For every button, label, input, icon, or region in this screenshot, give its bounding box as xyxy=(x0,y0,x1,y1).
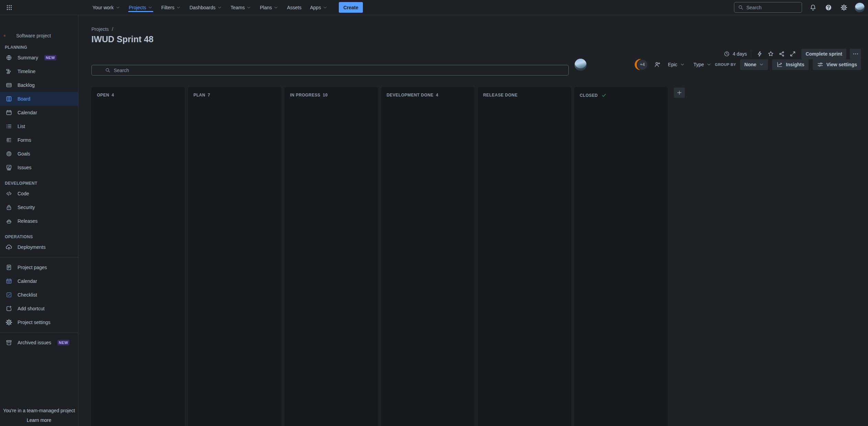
filter-dropdown-type[interactable]: Type xyxy=(690,59,715,70)
topbar-nav-apps[interactable]: Apps xyxy=(307,0,331,15)
sidebar-item-project-pages[interactable]: Project pages xyxy=(0,261,78,274)
column-header[interactable]: PLAN7 xyxy=(188,87,281,100)
sidebar-item-deployments[interactable]: Deployments xyxy=(0,240,78,254)
topbar-nav-assets[interactable]: Assets xyxy=(284,0,304,15)
sidebar-item-label: List xyxy=(18,124,25,129)
forms-icon xyxy=(5,136,13,144)
sidebar-item-board[interactable]: Board xyxy=(0,92,78,106)
lock-icon xyxy=(5,203,13,211)
create-button[interactable]: Create xyxy=(339,2,363,13)
sidebar-item-forms[interactable]: Forms xyxy=(0,133,78,147)
sidebar-item-releases[interactable]: Releases xyxy=(0,214,78,228)
board-search[interactable] xyxy=(91,65,569,76)
sidebar-item-goals[interactable]: Goals xyxy=(0,147,78,161)
chevron-down-icon xyxy=(115,5,120,10)
settings-gear-icon[interactable] xyxy=(839,3,848,12)
add-column-button[interactable] xyxy=(674,88,685,98)
topbar-nav-filters[interactable]: Filters xyxy=(158,0,184,15)
insights-button[interactable]: Insights xyxy=(772,59,809,70)
chevron-down-icon xyxy=(148,5,153,10)
column-header[interactable]: IN PROGRESS10 xyxy=(285,87,378,100)
sidebar-section-development: DEVELOPMENTCodeSecurityReleases xyxy=(0,181,78,228)
nav-item-label: Assets xyxy=(287,5,301,10)
sidebar-item-issues[interactable]: Issues xyxy=(0,161,78,174)
board-column-plan: PLAN7 xyxy=(188,87,281,426)
nav-item-label: Dashboards xyxy=(189,5,215,10)
board-search-input[interactable] xyxy=(114,65,565,75)
learn-more-link[interactable]: Learn more xyxy=(0,417,78,423)
sidebar-item-summary[interactable]: SummaryNEW xyxy=(0,51,78,65)
sidebar-item-label: Forms xyxy=(18,137,31,143)
board-header: Projects / IWUD Sprint 48 xyxy=(78,15,868,44)
board-column-development-done: DEVELOPMENT DONE4 xyxy=(381,87,475,426)
days-remaining-label: 4 days xyxy=(733,51,747,57)
help-icon[interactable] xyxy=(824,3,833,12)
group-by-dropdown[interactable]: None xyxy=(740,59,768,70)
assignee-avatar[interactable] xyxy=(575,59,587,71)
chevron-down-icon xyxy=(706,62,711,67)
column-count: 4 xyxy=(436,93,438,97)
column-header[interactable]: OPEN4 xyxy=(91,87,185,100)
favorite-star-icon[interactable] xyxy=(765,48,776,59)
app-switcher-icon[interactable] xyxy=(3,2,15,13)
notifications-bell-icon[interactable] xyxy=(809,3,817,12)
breadcrumb: Projects / xyxy=(91,26,861,32)
sidebar-item-security[interactable]: Security xyxy=(0,200,78,214)
topbar-nav-teams[interactable]: Teams xyxy=(227,0,254,15)
sprint-time-remaining[interactable]: 4 days xyxy=(724,51,747,57)
sidebar-item-label: Timeline xyxy=(18,69,35,74)
sidebar-item-list[interactable]: List xyxy=(0,119,78,133)
sidebar-item-code[interactable]: Code xyxy=(0,187,78,200)
breadcrumb-projects-link[interactable]: Projects xyxy=(91,26,109,32)
sliders-icon xyxy=(817,61,824,68)
topbar-nav-your-work[interactable]: Your work xyxy=(89,0,123,15)
sidebar-item-project-settings[interactable]: Project settings xyxy=(0,315,78,329)
column-header[interactable]: RELEASE DONE xyxy=(478,87,571,100)
view-settings-button[interactable]: View settings xyxy=(813,59,861,70)
share-icon[interactable] xyxy=(776,48,787,59)
column-header[interactable]: CLOSED xyxy=(574,87,668,101)
done-check-icon xyxy=(601,93,607,98)
automation-lightning-icon[interactable] xyxy=(754,48,765,59)
more-options-button[interactable] xyxy=(850,49,861,59)
nav-item-label: Plans xyxy=(260,5,272,10)
sidebar-item-add-shortcut[interactable]: Add shortcut xyxy=(0,302,78,315)
topbar-nav-plans[interactable]: Plans xyxy=(257,0,281,15)
sidebar-item-calendar[interactable]: Calendar xyxy=(0,106,78,119)
avatar-overflow-count[interactable]: +4 xyxy=(637,59,648,70)
search-icon xyxy=(738,4,744,10)
global-search-input[interactable] xyxy=(746,5,798,10)
clock-icon xyxy=(724,51,730,57)
goals-icon xyxy=(5,150,13,158)
sidebar-item-label: Project pages xyxy=(18,265,47,270)
add-person-icon[interactable] xyxy=(652,59,663,70)
topbar-nav-projects[interactable]: Projects xyxy=(126,0,156,15)
code-icon xyxy=(5,189,13,198)
topbar-nav-dashboards[interactable]: Dashboards xyxy=(186,0,225,15)
sidebar-item-backlog[interactable]: Backlog xyxy=(0,78,78,92)
global-search[interactable] xyxy=(734,2,802,13)
column-name: IN PROGRESS xyxy=(290,93,320,97)
filter-dropdown-epic[interactable]: Epic xyxy=(665,59,688,70)
sidebar-divider xyxy=(0,257,78,257)
chevron-down-icon xyxy=(176,5,181,10)
sidebar-item-label: Checklist xyxy=(18,292,37,298)
sidebar-item-timeline[interactable]: Timeline xyxy=(0,65,78,78)
complete-sprint-button[interactable]: Complete sprint xyxy=(801,49,846,59)
insights-label: Insights xyxy=(786,62,804,67)
sidebar-item-archived-issues[interactable]: Archived issues NEW xyxy=(0,336,78,349)
fullscreen-expand-icon[interactable] xyxy=(787,48,798,59)
sidebar-footer: You're in a team-managed project Learn m… xyxy=(0,408,78,423)
sidebar-item-calendar[interactable]: Calendar xyxy=(0,274,78,288)
nav-item-label: Your work xyxy=(92,5,114,10)
sidebar-item-checklist[interactable]: Checklist xyxy=(0,288,78,302)
nav-item-label: Projects xyxy=(129,5,146,10)
sprint-actions: 4 days Complete sprint xyxy=(724,48,861,59)
user-avatar[interactable] xyxy=(855,3,865,12)
cloud-upload-icon xyxy=(5,243,13,251)
sidebar-section-planning: PLANNINGSummaryNEWTimelineBacklogBoardCa… xyxy=(0,45,78,174)
insights-chart-icon xyxy=(776,61,783,68)
column-header[interactable]: DEVELOPMENT DONE4 xyxy=(381,87,475,100)
section-title: DEVELOPMENT xyxy=(0,181,78,186)
filter-label: Epic xyxy=(668,62,677,67)
